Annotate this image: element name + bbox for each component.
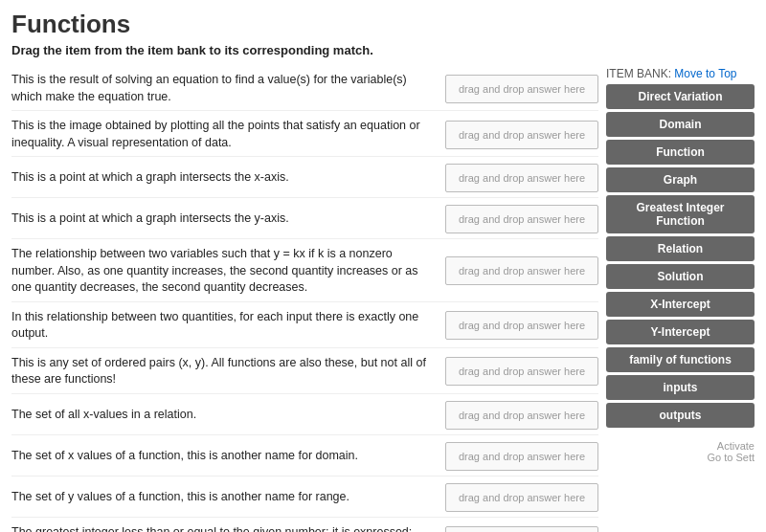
question-row: The set of x values of a function, this … — [11, 437, 598, 477]
bank-item-greatest-integer-function[interactable]: Greatest Integer Function — [606, 195, 755, 233]
drop-zone-6[interactable]: drag and drop answer here — [445, 311, 598, 340]
question-text: This is the result of solving an equatio… — [11, 72, 438, 105]
bank-buttons: Direct VariationDomainFunctionGraphGreat… — [606, 84, 755, 431]
question-row: The set of y values of a function, this … — [11, 478, 598, 518]
drop-zone-7[interactable]: drag and drop answer here — [445, 357, 598, 386]
question-text: The greatest integer less than or equal … — [11, 524, 438, 533]
left-panel: This is the result of solving an equatio… — [11, 67, 598, 532]
bank-item-relation[interactable]: Relation — [606, 236, 755, 261]
question-text: This is the image obtained by plotting a… — [11, 118, 438, 151]
question-text: The set of x values of a function, this … — [11, 448, 438, 465]
drop-zone-11[interactable]: drag and drop answer here — [445, 526, 598, 532]
page-container: Functions Drag the item from the item ba… — [0, 0, 766, 532]
page-subtitle: Drag the item from the item bank to its … — [11, 43, 755, 57]
bank-item-direct-variation[interactable]: Direct Variation — [606, 84, 755, 109]
drop-zone-8[interactable]: drag and drop answer here — [445, 401, 598, 430]
page-title: Functions — [11, 10, 755, 39]
bank-item-outputs[interactable]: outputs — [606, 403, 755, 428]
question-row: The greatest integer less than or equal … — [11, 520, 598, 533]
question-row: The relationship between two variables s… — [11, 241, 598, 302]
drop-zone-9[interactable]: drag and drop answer here — [445, 442, 598, 471]
activate-notice: Activate Go to Sett — [606, 440, 755, 463]
question-row: The set of all x-values in a relation.dr… — [11, 396, 598, 435]
bank-item-y-intercept[interactable]: Y-Intercept — [606, 320, 755, 344]
question-text: This is a point at which a graph interse… — [11, 169, 438, 187]
drop-zone-2[interactable]: drag and drop answer here — [445, 121, 598, 149]
question-text: The set of all x-values in a relation. — [11, 407, 438, 424]
right-panel: ITEM BANK: Move to Top Direct VariationD… — [606, 67, 755, 463]
item-bank-header: ITEM BANK: Move to Top — [606, 67, 755, 80]
question-row: In this relationship between two quantit… — [11, 304, 598, 348]
activate-line1: Activate — [717, 440, 755, 452]
drop-zone-10[interactable]: drag and drop answer here — [445, 483, 598, 512]
bank-item-family-of-functions[interactable]: family of functions — [606, 347, 755, 372]
bank-item-graph[interactable]: Graph — [606, 167, 755, 192]
question-text: This is any set of ordered pairs (x, y).… — [11, 355, 438, 388]
question-text: The relationship between two variables s… — [11, 246, 438, 297]
drop-zone-5[interactable]: drag and drop answer here — [445, 256, 598, 285]
move-to-top-link[interactable]: Move to Top — [674, 67, 736, 80]
question-row: This is the result of solving an equatio… — [11, 67, 598, 111]
question-row: This is the image obtained by plotting a… — [11, 113, 598, 157]
bank-item-x-intercept[interactable]: X-Intercept — [606, 292, 755, 317]
drop-zone-3[interactable]: drag and drop answer here — [445, 164, 598, 192]
question-row: This is any set of ordered pairs (x, y).… — [11, 350, 598, 394]
drop-zone-1[interactable]: drag and drop answer here — [445, 75, 598, 103]
question-row: This is a point at which a graph interse… — [11, 200, 598, 239]
bank-item-solution[interactable]: Solution — [606, 264, 755, 289]
question-text: The set of y values of a function, this … — [11, 489, 438, 506]
activate-line2: Go to Sett — [707, 452, 755, 463]
drop-zone-4[interactable]: drag and drop answer here — [445, 205, 598, 233]
question-text: This is a point at which a graph interse… — [11, 211, 438, 228]
bank-item-function[interactable]: Function — [606, 140, 755, 165]
bank-item-domain[interactable]: Domain — [606, 112, 755, 137]
bank-item-inputs[interactable]: inputs — [606, 375, 755, 400]
question-text: In this relationship between two quantit… — [11, 309, 438, 343]
item-bank-label: ITEM BANK: — [606, 67, 671, 80]
question-row: This is a point at which a graph interse… — [11, 159, 598, 198]
main-layout: This is the result of solving an equatio… — [11, 67, 755, 532]
